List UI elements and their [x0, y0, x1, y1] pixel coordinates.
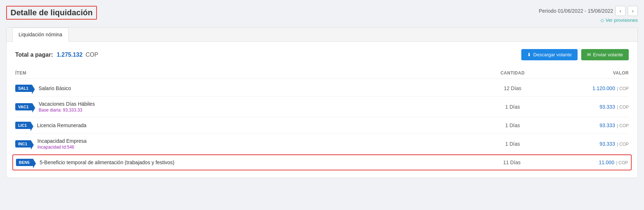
page-title: Detalle de liquidación	[6, 6, 97, 20]
item-name: Vacaciones Días Hábiles	[39, 101, 95, 107]
col-cantidad: 12 Días	[476, 85, 549, 91]
enviar-volante-button[interactable]: ✉ Enviar volante	[581, 49, 629, 60]
diamond-icon: ◇	[600, 17, 604, 23]
actions: ⬇ Descargar volante ✉ Enviar volante	[521, 49, 629, 60]
col-header-cantidad: CANTIDAD	[476, 70, 549, 76]
col-valor: 1.120.000 | COP	[549, 85, 629, 91]
item-badge: SAL1	[15, 85, 32, 92]
item-cell: SAL1Salario Básico	[15, 85, 476, 92]
item-cell: BEN55-Beneficio temporal de alimentación…	[16, 159, 476, 166]
col-valor: 11.000 | COP	[548, 159, 628, 165]
col-valor: 93.333 | COP	[549, 141, 629, 147]
item-info: 5-Beneficio temporal de alimentación (tr…	[40, 159, 174, 165]
item-cell: VAC1Vacaciones Días HábilesBase diaria: …	[15, 101, 476, 113]
table-row: INC1Incapacidad EmpresaIncapacidad Id:54…	[15, 134, 629, 154]
tabs-bar: Liquidación nómina	[7, 28, 637, 42]
ver-provisiones-link[interactable]: ◇ Ver provisiones	[600, 17, 638, 23]
item-sub: Base diaria: 93,333.33	[39, 108, 95, 113]
page-header: Detalle de liquidación Periodo 01/06/202…	[6, 6, 638, 23]
page-wrapper: Detalle de liquidación Periodo 01/06/202…	[6, 6, 638, 178]
main-card: Liquidación nómina Total a pagar: 1.275.…	[6, 27, 638, 178]
ver-provisiones-label: Ver provisiones	[606, 17, 638, 23]
item-badge: VAC1	[15, 103, 32, 110]
period-nav: Periodo 01/06/2022 - 15/06/2022 ‹ ›	[539, 6, 638, 16]
col-cantidad: 1 Días	[476, 104, 549, 110]
download-icon: ⬇	[527, 52, 531, 57]
item-name: Salario Básico	[38, 85, 71, 91]
col-valor: 93.333 | COP	[549, 122, 629, 128]
item-info: Vacaciones Días HábilesBase diaria: 93,3…	[39, 101, 95, 113]
item-cell: INC1Incapacidad EmpresaIncapacidad Id:54…	[15, 138, 476, 150]
total-currency: COP	[86, 52, 98, 58]
item-name: 5-Beneficio temporal de alimentación (tr…	[40, 159, 174, 165]
prev-period-button[interactable]: ‹	[615, 6, 625, 16]
col-cantidad: 11 Días	[476, 159, 548, 165]
item-info: Licencia Remunerada	[37, 122, 86, 128]
enviar-label: Enviar volante	[593, 52, 623, 57]
item-sub: Incapacidad Id:546	[37, 145, 86, 150]
descargar-volante-button[interactable]: ⬇ Descargar volante	[521, 49, 578, 60]
item-name: Licencia Remunerada	[37, 122, 86, 128]
total-row: Total a pagar: 1.275.132 COP ⬇ Descargar…	[15, 49, 629, 60]
table-row: SAL1Salario Básico12 Días1.120.000 | COP	[15, 80, 629, 97]
table-rows-container: SAL1Salario Básico12 Días1.120.000 | COP…	[15, 80, 629, 170]
total-label: Total a pagar:	[15, 52, 53, 58]
col-valor: 93.333 | COP	[549, 104, 629, 110]
period-text: Periodo 01/06/2022 - 15/06/2022	[539, 8, 613, 14]
item-name: Incapacidad Empresa	[37, 138, 86, 144]
item-cell: LIC1Licencia Remunerada	[15, 122, 476, 129]
col-header-valor: VALOR	[549, 70, 629, 76]
item-badge: INC1	[15, 140, 31, 148]
total-amount: 1.275.132	[57, 52, 82, 58]
card-body: Total a pagar: 1.275.132 COP ⬇ Descargar…	[7, 42, 637, 178]
total-summary: Total a pagar: 1.275.132 COP	[15, 52, 98, 58]
item-badge: BEN5	[16, 159, 33, 166]
table-row: VAC1Vacaciones Días HábilesBase diaria: …	[15, 97, 629, 117]
header-right: Periodo 01/06/2022 - 15/06/2022 ‹ › ◇ Ve…	[539, 6, 638, 23]
item-info: Salario Básico	[38, 85, 71, 91]
col-cantidad: 1 Días	[476, 141, 549, 147]
table-row: LIC1Licencia Remunerada1 Días93.333 | CO…	[15, 117, 629, 134]
table-row: BEN55-Beneficio temporal de alimentación…	[12, 154, 632, 170]
table-header: ÍTEM CANTIDAD VALOR	[15, 68, 629, 79]
tab-liquidacion-nomina[interactable]: Liquidación nómina	[12, 28, 69, 42]
email-icon: ✉	[587, 52, 591, 57]
item-badge: LIC1	[15, 122, 30, 129]
next-period-button[interactable]: ›	[628, 6, 638, 16]
item-info: Incapacidad EmpresaIncapacidad Id:546	[37, 138, 86, 150]
col-header-item: ÍTEM	[15, 70, 476, 76]
col-cantidad: 1 Días	[476, 122, 549, 128]
descargar-label: Descargar volante	[533, 52, 572, 57]
